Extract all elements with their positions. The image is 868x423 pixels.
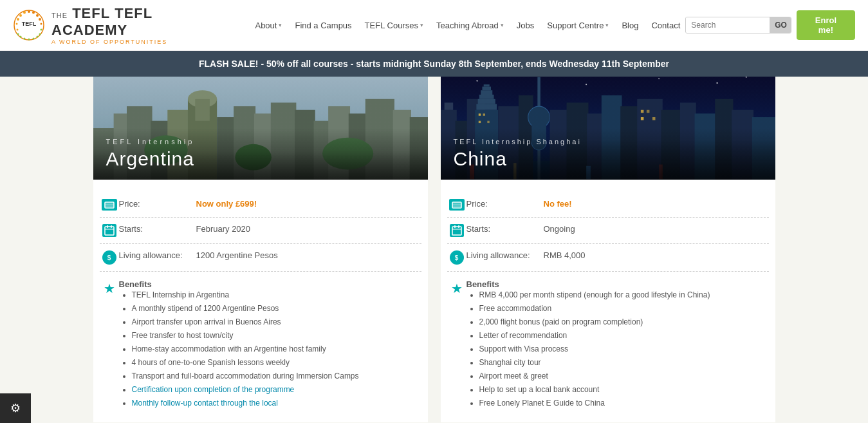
china-allowance-value: RMB 4,000	[544, 250, 586, 260]
argentina-details: Price: Now only £699!	[93, 180, 428, 422]
argentina-subtitle: TEFL Internship	[106, 138, 415, 146]
cookie-bar[interactable]: ⚙	[0, 393, 31, 422]
argentina-starts-label: Starts:	[119, 224, 196, 234]
argentina-price-label: Price:	[119, 199, 196, 209]
china-benefits-row: ★ Benefits RMB 4,000 per month stipend (…	[447, 272, 769, 416]
search-input[interactable]	[686, 17, 770, 33]
search-go-button[interactable]: GO	[770, 17, 791, 33]
svg-point-14	[33, 38, 35, 40]
list-item: 2,000 flight bonus (paid on program comp…	[479, 316, 710, 328]
argentina-title: Argentina	[106, 148, 415, 170]
benefits-star-china: ★	[447, 279, 466, 296]
price-icon-arg	[100, 199, 119, 211]
china-allowance-label: Living allowance:	[466, 250, 544, 260]
svg-point-3	[36, 14, 39, 17]
china-benefits-list: RMB 4,000 per month stipend (enough for …	[466, 289, 710, 409]
china-overlay: TEFL Internship Shanghai China	[441, 128, 775, 180]
logo[interactable]: TEFL THE TEFL TEFL ACADEMY A WORLD OF OP…	[13, 5, 230, 45]
china-starts-row: Starts: Ongoing	[447, 218, 769, 244]
nav-blog[interactable]: Blog	[616, 17, 643, 34]
flash-banner: FLASH SALE! - 50% off all courses - star…	[0, 51, 868, 77]
list-item: TEFL Internship in Argentina	[132, 289, 359, 301]
support-dropdown-arrow: ▾	[605, 22, 609, 28]
calendar-icon-arg	[102, 224, 116, 237]
benefits-star-arg: ★	[100, 279, 119, 296]
main-content: TEFL Internship Argentina	[80, 77, 788, 422]
svg-point-12	[39, 33, 41, 35]
svg-point-9	[16, 23, 18, 25]
svg-point-16	[24, 38, 26, 40]
nav-find-campus[interactable]: Find a Campus	[290, 17, 356, 34]
svg-point-10	[17, 29, 19, 31]
header-right: GO Enrol me!	[685, 10, 855, 40]
argentina-price-row: Price: Now only £699!	[100, 193, 421, 218]
argentina-benefits-content: Benefits TEFL Internship in Argentina A …	[119, 279, 359, 411]
price-icon-china	[447, 199, 466, 211]
svg-point-13	[37, 36, 39, 38]
china-price-label: Price:	[466, 199, 544, 209]
list-item: Airport meet & greet	[479, 370, 710, 382]
nav-contact[interactable]: Contact	[646, 17, 685, 34]
argentina-allowance-label: Living allowance:	[119, 250, 196, 260]
china-subtitle: TEFL Internship Shanghai	[454, 138, 762, 146]
china-hero[interactable]: TEFL Internship Shanghai China	[441, 77, 775, 180]
svg-rect-44	[105, 202, 114, 208]
argentina-price-value: Now only £699!	[196, 199, 257, 209]
china-starts-label: Starts:	[466, 224, 544, 234]
list-item: Certification upon completion of the pro…	[132, 384, 359, 395]
starts-icon-china	[447, 224, 466, 237]
list-item: Free transfer to host town/city	[132, 330, 359, 341]
search-box: GO	[685, 17, 791, 33]
star-icon-arg: ★	[104, 281, 115, 296]
nav-tefl-courses[interactable]: TEFL Courses ▾	[360, 17, 429, 34]
logo-tagline: A WORLD OF OPPORTUNITIES	[51, 39, 230, 45]
svg-text:TEFL: TEFL	[22, 21, 37, 27]
svg-rect-101	[452, 202, 461, 208]
argentina-benefits-list: TEFL Internship in Argentina A monthly s…	[119, 289, 359, 409]
nav-teaching-abroad[interactable]: Teaching Abroad ▾	[431, 17, 509, 34]
price-box-icon-arg	[102, 199, 117, 211]
svg-point-5	[41, 23, 42, 25]
list-item: Airport transfer upon arrival in Buenos …	[132, 316, 359, 328]
svg-point-15	[28, 39, 30, 41]
nav-support[interactable]: Support Centre ▾	[542, 17, 614, 34]
nav-jobs[interactable]: Jobs	[512, 17, 539, 34]
argentina-card: TEFL Internship Argentina	[93, 77, 428, 422]
svg-point-7	[19, 14, 22, 17]
svg-point-11	[41, 29, 42, 31]
calendar-icon-china	[450, 224, 464, 237]
argentina-hero[interactable]: TEFL Internship Argentina	[93, 77, 428, 180]
china-price-value: No fee!	[544, 199, 572, 209]
allowance-icon-arg: $	[100, 250, 119, 265]
china-card: TEFL Internship Shanghai China	[441, 77, 775, 422]
china-benefits-content: Benefits RMB 4,000 per month stipend (en…	[466, 279, 710, 411]
allowance-icon-china: $	[447, 250, 466, 265]
enrol-button[interactable]: Enrol me!	[797, 10, 855, 40]
list-item: Home-stay accommodation with an Argentin…	[132, 343, 359, 355]
argentina-allowance-value: 1200 Argentine Pesos	[196, 250, 278, 260]
svg-point-6	[23, 12, 26, 14]
svg-point-4	[39, 18, 41, 21]
argentina-starts-value: February 2020	[196, 224, 251, 234]
list-item: Help to set up a local bank account	[479, 384, 710, 395]
argentina-overlay: TEFL Internship Argentina	[93, 128, 428, 180]
logo-text: THE TEFL TEFL ACADEMY A WORLD OF OPPORTU…	[51, 5, 230, 45]
list-item: Free Lonely Planet E Guide to China	[479, 397, 710, 409]
svg-rect-104	[452, 227, 461, 235]
list-item: RMB 4,000 per month stipend (enough for …	[479, 289, 710, 301]
china-benefits-label: Benefits	[466, 279, 710, 289]
header: TEFL THE TEFL TEFL ACADEMY A WORLD OF OP…	[0, 0, 868, 51]
svg-point-2	[32, 12, 35, 14]
list-item: 4 hours of one-to-one Spanish lessons we…	[132, 357, 359, 368]
nav-about[interactable]: About ▾	[250, 17, 287, 34]
argentina-benefits-row: ★ Benefits TEFL Internship in Argentina …	[100, 272, 421, 416]
list-item: Letter of recommendation	[479, 330, 710, 341]
svg-rect-47	[105, 227, 114, 235]
argentina-starts-row: Starts: February 2020	[100, 218, 421, 244]
china-title: China	[454, 148, 762, 170]
star-icon-china: ★	[451, 281, 463, 296]
svg-point-1	[28, 10, 30, 13]
teaching-dropdown-arrow: ▾	[501, 22, 504, 28]
list-item: Transport and full-board accommodation d…	[132, 370, 359, 382]
list-item: Shanghai city tour	[479, 357, 710, 368]
